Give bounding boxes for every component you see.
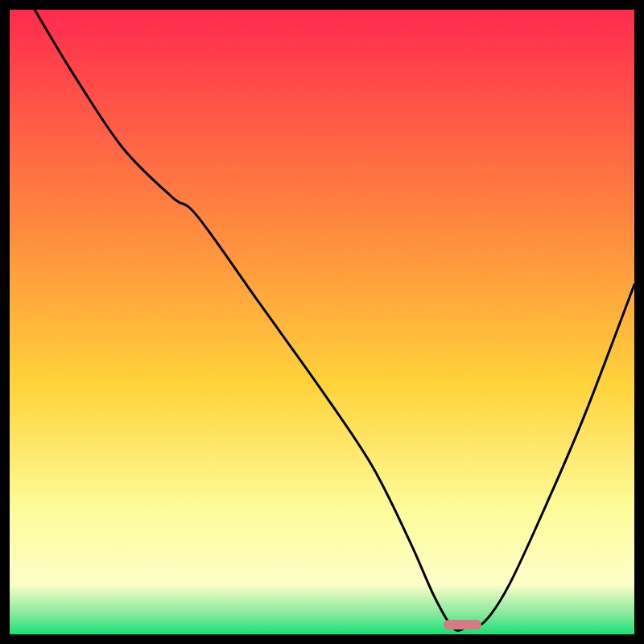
plot-area: TheBottleneck.com [10,10,634,634]
bottleneck-curve [10,10,634,634]
chart-frame: TheBottleneck.com [0,0,644,644]
optimal-marker [444,620,481,630]
